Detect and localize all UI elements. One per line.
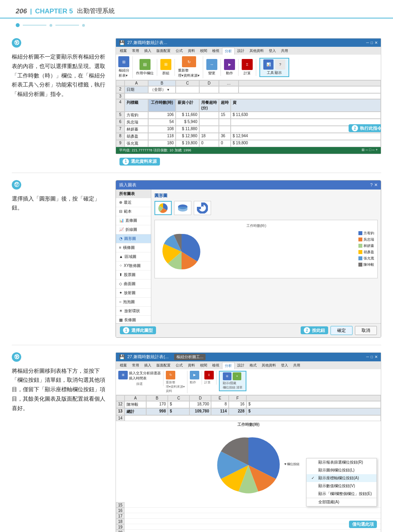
tab18-file[interactable]: 檔案: [118, 362, 129, 369]
tab18-share[interactable]: 共用: [291, 362, 303, 369]
col-c-header-18: C: [168, 395, 189, 401]
menu-item-value[interactable]: 顯示數值欄位按鈕(V): [307, 482, 376, 490]
menu-item-row-col[interactable]: 顯示「欄/欄整個欄位」按鈕(E): [307, 490, 376, 498]
category-sunburst[interactable]: ☀ 放射環狀: [116, 307, 151, 316]
category-bar[interactable]: 📊 直條圖: [116, 216, 151, 225]
tab18-analyze[interactable]: 分析: [222, 362, 235, 369]
category-recent[interactable]: ⊕ 最近: [116, 198, 151, 207]
step-18-image: 💾 27.兼職時數統計表(... 樞紐分析圖工... ─ □ ✕ 檔案 常用 插…: [116, 352, 381, 532]
tab18-login[interactable]: 登入: [279, 362, 290, 369]
tab-insert[interactable]: 插入: [142, 48, 154, 55]
cell-d8: 18: [199, 133, 219, 140]
title-minimize-btn[interactable]: ─: [366, 40, 369, 45]
check-axis: ✓: [311, 476, 316, 480]
category-hbar[interactable]: ≡ 橫條圖: [116, 243, 151, 252]
ribbon-active-field-label: 作用中欄位: [136, 71, 154, 76]
title-close-btn[interactable]: ✕: [375, 40, 378, 45]
menu-item-report-filter[interactable]: 顯示報表篩選欄位按鈕(R): [307, 458, 376, 466]
ribbon-chart-icon[interactable]: 📊: [263, 59, 274, 70]
tab18-formula[interactable]: 公式: [173, 362, 185, 369]
tab18-insert[interactable]: 插入: [142, 362, 154, 369]
tab-file[interactable]: 檔案: [118, 48, 129, 55]
legend-item-3: 林妍蓁: [358, 243, 374, 249]
title-18-close-btn[interactable]: ✕: [375, 355, 378, 359]
title-18-maximize-btn[interactable]: □: [371, 355, 373, 359]
tab18-review[interactable]: 校閱: [198, 362, 209, 369]
ribbon-action-icon: ▶: [224, 59, 235, 70]
pie-basic-icon: [158, 202, 169, 214]
ribbon-18-calc-icon[interactable]: Σ: [204, 371, 214, 379]
tab-layout[interactable]: 版面配置: [154, 48, 173, 55]
ribbon-calc-icon: Σ: [242, 59, 253, 70]
category-recent-label: 最近: [124, 200, 132, 205]
tab18-format[interactable]: 格式: [247, 362, 259, 369]
category-bubble[interactable]: ○ 泡泡圖: [116, 298, 151, 307]
category-area[interactable]: ▲ 區域圖: [116, 252, 151, 261]
ribbon-chart2-icon[interactable]: ?: [275, 59, 285, 70]
tab18-other[interactable]: 其他資料: [259, 362, 278, 369]
ribbon-calc-label: 計算: [244, 71, 251, 76]
ribbon-18-action-icon[interactable]: ▶: [190, 371, 199, 379]
tab-formula[interactable]: 公式: [173, 48, 185, 55]
tab-design[interactable]: 設計: [235, 48, 247, 55]
empty-rows-15-23: 15 16 17 18: [116, 502, 381, 532]
tab18-home[interactable]: 常用: [130, 362, 141, 369]
cell-a13: 總計: [125, 408, 146, 415]
tab18-design[interactable]: 設計: [235, 362, 247, 369]
category-scatter[interactable]: ⁘ XY散佈圖: [116, 261, 151, 271]
category-radar[interactable]: ✦ 放射圖: [116, 289, 151, 298]
pie-type-3d[interactable]: [174, 201, 191, 215]
tab-home[interactable]: 常用: [130, 48, 141, 55]
cell-a2: 日期: [125, 86, 148, 93]
dialog-close-btn[interactable]: ✕: [374, 182, 378, 188]
pie-type-basic[interactable]: [154, 201, 172, 215]
tab-share[interactable]: 共用: [279, 48, 290, 55]
legend-item-2: 吳忠瑞: [358, 237, 374, 242]
ribbon-18-list-icon[interactable]: ≡: [233, 372, 241, 380]
menu-label-hide-all: 全部隱藏(A): [318, 499, 339, 505]
pie-type-donut[interactable]: [194, 201, 211, 215]
callout-17-2-num: 2: [304, 327, 310, 333]
menu-item-legend[interactable]: 顯示圖例欄位按鈕(L): [307, 466, 376, 474]
ribbon-18-pivot-insert-icon[interactable]: ⊞: [118, 371, 128, 379]
sunburst-icon: ☀: [119, 309, 123, 313]
cell-a8: 胡彥盈: [125, 133, 148, 140]
ribbon-18-refresh-icon[interactable]: ↻: [166, 371, 175, 379]
col-d-header-18: D: [189, 395, 211, 401]
dialog-ok-button[interactable]: 確定: [331, 326, 353, 335]
progress-dot-2: [50, 24, 52, 27]
col-d-header: D: [199, 80, 219, 86]
cell-a5: 方宥鈞: [125, 112, 148, 119]
tab-analyze[interactable]: 分析: [222, 48, 235, 55]
menu-item-axis[interactable]: ✓ 顯示座標軸欄位按鈕(A): [307, 474, 376, 482]
dialog-help-btn[interactable]: ?: [370, 182, 373, 188]
legend-label-1: 方宥鈞: [364, 231, 374, 236]
cell-d7: [199, 126, 219, 133]
category-line[interactable]: 📈 折線圖: [116, 225, 151, 234]
tab18-view[interactable]: 檢視: [210, 362, 222, 369]
title-maximize-btn[interactable]: □: [371, 40, 373, 45]
category-surface[interactable]: ◇ 曲面圖: [116, 280, 151, 289]
menu-item-hide-all[interactable]: 全部隱藏(A): [307, 498, 376, 506]
category-pie[interactable]: ◔ 圓形圖: [116, 234, 151, 243]
tab18-data[interactable]: 資料: [185, 362, 197, 369]
cell-e5: 15: [219, 112, 231, 119]
category-stock[interactable]: ⬆ 股票圖: [116, 271, 151, 280]
category-histogram[interactable]: ▦ 長條圖: [116, 316, 151, 323]
title-18-minimize-btn[interactable]: ─: [366, 355, 369, 359]
tab-login[interactable]: 登入: [266, 48, 278, 55]
dialog-cancel-button[interactable]: 取消: [355, 326, 377, 335]
category-template[interactable]: ⊟ 範本: [116, 207, 151, 216]
tab-review[interactable]: 校閱: [198, 48, 209, 55]
tab-data[interactable]: 資料: [185, 48, 197, 55]
cell-d6: [199, 119, 219, 126]
ribbon-18-field-btn-icon[interactable]: ⊞: [223, 372, 231, 380]
cell-e9: 0: [219, 140, 231, 147]
tab-view[interactable]: 檢視: [210, 48, 222, 55]
tab-other[interactable]: 其他資料: [247, 48, 266, 55]
dialog-title-17: 插入圖表: [119, 182, 136, 188]
tab18-layout[interactable]: 版面配置: [154, 362, 173, 369]
cell-c13: $: [168, 408, 189, 415]
chart-content-area: 圓形圖: [151, 190, 381, 323]
spreadsheet-area-18: A B C D E F 12 陳坤毅 170 $ 18,700 8 16: [116, 395, 381, 532]
